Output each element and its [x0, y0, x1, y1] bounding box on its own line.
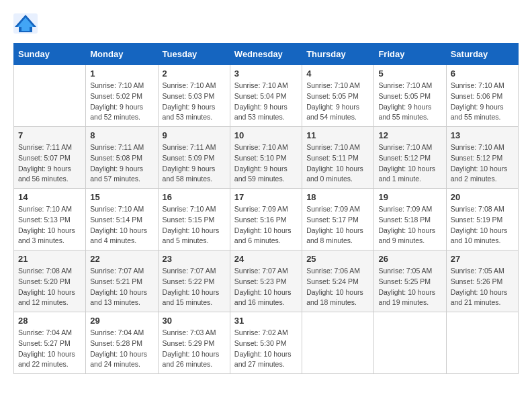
day-number: 18 — [306, 192, 369, 202]
day-info: Sunrise: 7:10 AMSunset: 5:10 PMDaylight:… — [234, 142, 298, 185]
day-number: 2 — [163, 68, 226, 79]
calendar-day-cell: 14Sunrise: 7:10 AMSunset: 5:13 PMDayligh… — [14, 189, 86, 250]
day-info: Sunrise: 7:09 AMSunset: 5:17 PMDaylight:… — [306, 204, 369, 246]
calendar-day-cell: 8Sunrise: 7:11 AMSunset: 5:08 PMDaylight… — [86, 127, 158, 189]
day-number: 6 — [451, 68, 514, 79]
day-info: Sunrise: 7:10 AMSunset: 5:06 PMDaylight:… — [451, 81, 514, 123]
calendar-week-row: 21Sunrise: 7:08 AMSunset: 5:20 PMDayligh… — [14, 250, 519, 312]
day-info: Sunrise: 7:03 AMSunset: 5:29 PMDaylight:… — [163, 328, 226, 370]
day-number: 7 — [18, 130, 81, 140]
weekday-header: Sunday — [14, 44, 86, 65]
calendar-day-cell: 23Sunrise: 7:07 AMSunset: 5:22 PMDayligh… — [158, 250, 230, 312]
day-info: Sunrise: 7:09 AMSunset: 5:18 PMDaylight:… — [378, 204, 441, 246]
calendar-day-cell: 29Sunrise: 7:04 AMSunset: 5:28 PMDayligh… — [86, 312, 158, 374]
day-info: Sunrise: 7:11 AMSunset: 5:09 PMDaylight:… — [163, 142, 226, 185]
day-info: Sunrise: 7:10 AMSunset: 5:12 PMDaylight:… — [378, 142, 441, 185]
weekday-header: Thursday — [302, 44, 374, 65]
day-info: Sunrise: 7:10 AMSunset: 5:13 PMDaylight:… — [18, 204, 81, 246]
day-number: 16 — [163, 192, 226, 202]
day-info: Sunrise: 7:10 AMSunset: 5:05 PMDaylight:… — [378, 81, 441, 123]
calendar-day-cell: 30Sunrise: 7:03 AMSunset: 5:29 PMDayligh… — [158, 312, 230, 374]
calendar-day-cell: 3Sunrise: 7:10 AMSunset: 5:04 PMDaylight… — [230, 65, 302, 127]
day-number: 25 — [306, 254, 369, 264]
day-number: 29 — [90, 316, 153, 326]
day-number: 13 — [451, 130, 514, 140]
calendar-day-cell: 9Sunrise: 7:11 AMSunset: 5:09 PMDaylight… — [158, 127, 230, 189]
day-info: Sunrise: 7:11 AMSunset: 5:07 PMDaylight:… — [18, 142, 81, 185]
calendar-day-cell: 12Sunrise: 7:10 AMSunset: 5:12 PMDayligh… — [374, 127, 446, 189]
day-number: 11 — [306, 130, 369, 140]
day-info: Sunrise: 7:09 AMSunset: 5:16 PMDaylight:… — [234, 204, 298, 246]
day-info: Sunrise: 7:05 AMSunset: 5:25 PMDaylight:… — [378, 266, 441, 308]
weekday-header: Monday — [86, 44, 158, 65]
day-info: Sunrise: 7:02 AMSunset: 5:30 PMDaylight:… — [234, 328, 298, 370]
logo-icon — [13, 13, 38, 34]
day-number: 20 — [451, 192, 514, 202]
day-info: Sunrise: 7:07 AMSunset: 5:21 PMDaylight:… — [90, 266, 153, 308]
calendar-body: 1Sunrise: 7:10 AMSunset: 5:02 PMDaylight… — [14, 65, 519, 374]
weekday-row: SundayMondayTuesdayWednesdayThursdayFrid… — [14, 44, 519, 65]
day-info: Sunrise: 7:10 AMSunset: 5:15 PMDaylight:… — [163, 204, 226, 246]
day-info: Sunrise: 7:07 AMSunset: 5:22 PMDaylight:… — [163, 266, 226, 308]
calendar-day-cell: 5Sunrise: 7:10 AMSunset: 5:05 PMDaylight… — [374, 65, 446, 127]
calendar-week-row: 28Sunrise: 7:04 AMSunset: 5:27 PMDayligh… — [14, 312, 519, 374]
calendar-day-cell: 28Sunrise: 7:04 AMSunset: 5:27 PMDayligh… — [14, 312, 86, 374]
day-number: 10 — [234, 130, 298, 140]
weekday-header: Tuesday — [158, 44, 230, 65]
calendar-day-cell: 11Sunrise: 7:10 AMSunset: 5:11 PMDayligh… — [302, 127, 374, 189]
calendar-table: SundayMondayTuesdayWednesdayThursdayFrid… — [13, 43, 519, 374]
day-info: Sunrise: 7:05 AMSunset: 5:26 PMDaylight:… — [451, 266, 514, 308]
day-info: Sunrise: 7:10 AMSunset: 5:04 PMDaylight:… — [234, 81, 298, 123]
day-number: 21 — [18, 254, 81, 264]
calendar-day-cell: 20Sunrise: 7:08 AMSunset: 5:19 PMDayligh… — [446, 189, 518, 250]
day-info: Sunrise: 7:10 AMSunset: 5:11 PMDaylight:… — [306, 142, 369, 185]
calendar-day-cell: 24Sunrise: 7:07 AMSunset: 5:23 PMDayligh… — [230, 250, 302, 312]
day-info: Sunrise: 7:04 AMSunset: 5:27 PMDaylight:… — [18, 328, 81, 370]
calendar-day-cell — [302, 312, 374, 374]
day-number: 30 — [163, 316, 226, 326]
calendar-day-cell — [446, 312, 518, 374]
day-number: 14 — [18, 192, 81, 202]
day-number: 9 — [163, 130, 226, 140]
calendar-day-cell: 31Sunrise: 7:02 AMSunset: 5:30 PMDayligh… — [230, 312, 302, 374]
day-number: 28 — [18, 316, 81, 326]
calendar-day-cell: 10Sunrise: 7:10 AMSunset: 5:10 PMDayligh… — [230, 127, 302, 189]
day-number: 4 — [306, 68, 369, 79]
weekday-header: Friday — [374, 44, 446, 65]
calendar-day-cell: 15Sunrise: 7:10 AMSunset: 5:14 PMDayligh… — [86, 189, 158, 250]
calendar-day-cell: 19Sunrise: 7:09 AMSunset: 5:18 PMDayligh… — [374, 189, 446, 250]
day-number: 23 — [163, 254, 226, 264]
day-info: Sunrise: 7:11 AMSunset: 5:08 PMDaylight:… — [90, 142, 153, 185]
calendar-day-cell: 25Sunrise: 7:06 AMSunset: 5:24 PMDayligh… — [302, 250, 374, 312]
calendar-day-cell: 22Sunrise: 7:07 AMSunset: 5:21 PMDayligh… — [86, 250, 158, 312]
calendar-day-cell — [14, 65, 86, 127]
day-number: 26 — [378, 254, 441, 264]
day-number: 17 — [234, 192, 298, 202]
day-number: 12 — [378, 130, 441, 140]
day-number: 27 — [451, 254, 514, 264]
calendar-header: SundayMondayTuesdayWednesdayThursdayFrid… — [14, 44, 519, 65]
day-number: 1 — [90, 68, 153, 79]
calendar-day-cell: 17Sunrise: 7:09 AMSunset: 5:16 PMDayligh… — [230, 189, 302, 250]
day-info: Sunrise: 7:10 AMSunset: 5:02 PMDaylight:… — [90, 81, 153, 123]
day-number: 31 — [234, 316, 298, 326]
calendar-day-cell: 1Sunrise: 7:10 AMSunset: 5:02 PMDaylight… — [86, 65, 158, 127]
day-info: Sunrise: 7:07 AMSunset: 5:23 PMDaylight:… — [234, 266, 298, 308]
weekday-header: Saturday — [446, 44, 518, 65]
day-number: 5 — [378, 68, 441, 79]
calendar-day-cell: 21Sunrise: 7:08 AMSunset: 5:20 PMDayligh… — [14, 250, 86, 312]
logo — [13, 13, 42, 36]
day-info: Sunrise: 7:10 AMSunset: 5:14 PMDaylight:… — [90, 204, 153, 246]
calendar-day-cell: 2Sunrise: 7:10 AMSunset: 5:03 PMDaylight… — [158, 65, 230, 127]
calendar-day-cell: 6Sunrise: 7:10 AMSunset: 5:06 PMDaylight… — [446, 65, 518, 127]
calendar-day-cell: 7Sunrise: 7:11 AMSunset: 5:07 PMDaylight… — [14, 127, 86, 189]
calendar-day-cell: 13Sunrise: 7:10 AMSunset: 5:12 PMDayligh… — [446, 127, 518, 189]
calendar-week-row: 14Sunrise: 7:10 AMSunset: 5:13 PMDayligh… — [14, 189, 519, 250]
day-info: Sunrise: 7:08 AMSunset: 5:19 PMDaylight:… — [451, 204, 514, 246]
day-number: 15 — [90, 192, 153, 202]
calendar-day-cell: 16Sunrise: 7:10 AMSunset: 5:15 PMDayligh… — [158, 189, 230, 250]
day-number: 3 — [234, 68, 298, 79]
weekday-header: Wednesday — [230, 44, 302, 65]
day-number: 22 — [90, 254, 153, 264]
day-info: Sunrise: 7:04 AMSunset: 5:28 PMDaylight:… — [90, 328, 153, 370]
